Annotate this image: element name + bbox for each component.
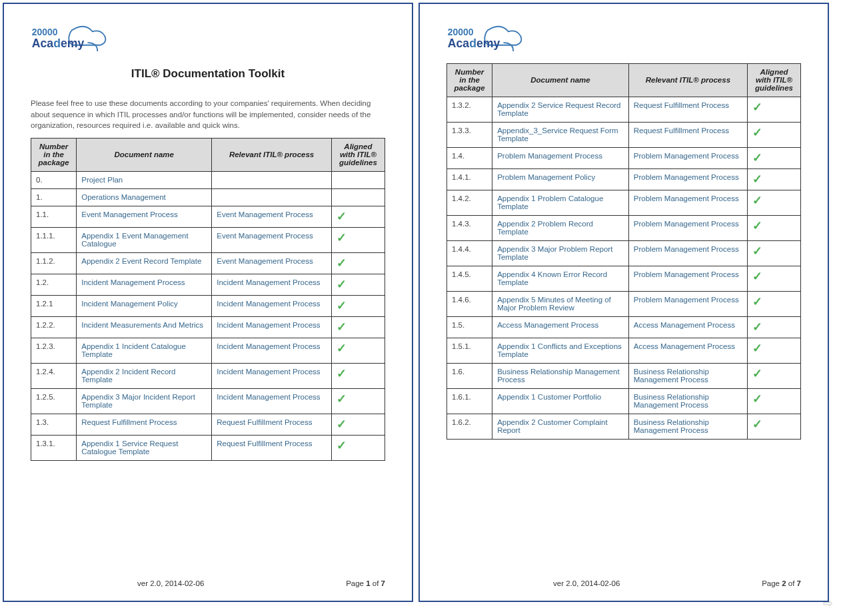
cell-number: 1.3.2.	[447, 97, 492, 123]
cell-number: 1.3.3.	[447, 123, 492, 148]
cell-document-name: Appendix 1 Conflicts and Exceptions Temp…	[492, 338, 629, 364]
cell-aligned: ✓	[747, 414, 800, 440]
cell-number: 1.2.1	[31, 296, 77, 317]
table-row: 1.4.1.Problem Management PolicyProblem M…	[447, 169, 801, 190]
cell-process: Request Fulfillment Process	[628, 123, 747, 148]
cell-process: Incident Management Process	[212, 338, 332, 364]
cell-document-name: Appendix 4 Known Error Record Template	[492, 266, 629, 292]
checkmark-icon: ✓	[337, 342, 347, 354]
cell-process	[212, 172, 332, 189]
cell-number: 1.4.5.	[447, 266, 492, 292]
checkmark-icon: ✓	[752, 418, 762, 430]
cell-number: 0.	[31, 172, 77, 189]
cell-number: 1.5.1.	[447, 338, 492, 364]
cell-aligned: ✓	[331, 206, 385, 228]
table-row: 1.3.1.Appendix 1 Service Request Catalog…	[31, 436, 385, 461]
cell-number: 1.4.1.	[447, 169, 492, 190]
cell-process: Problem Management Process	[628, 190, 747, 216]
checkmark-icon: ✓	[752, 368, 762, 380]
cell-document-name: Appendix_3_Service Request Form Template	[492, 123, 629, 148]
table-row: 1.5.1.Appendix 1 Conflicts and Exception…	[447, 338, 801, 364]
cell-number: 1.4.4.	[447, 241, 492, 266]
cell-number: 1.6.	[447, 364, 492, 389]
cell-aligned: ✓	[331, 389, 385, 414]
table-row: 1.4.4.Appendix 3 Major Problem Report Te…	[447, 241, 801, 266]
cell-aligned: ✓	[747, 123, 800, 148]
checkmark-icon: ✓	[752, 321, 762, 333]
checkmark-icon: ✓	[752, 152, 762, 164]
cell-document-name: Problem Management Policy	[492, 169, 629, 190]
cell-number: 1.2.2.	[31, 317, 77, 338]
cell-document-name: Appendix 1 Customer Portfolio	[492, 389, 629, 414]
cell-process: Business Relationship Management Process	[628, 389, 747, 414]
checkmark-icon: ✓	[752, 101, 762, 113]
table-row: 1.5.Access Management ProcessAccess Mana…	[447, 317, 801, 338]
cell-document-name: Appendix 1 Service Request Catalogue Tem…	[77, 436, 212, 461]
cell-number: 1.2.5.	[31, 389, 77, 414]
cell-aligned: ✓	[747, 338, 800, 364]
next-page-arrow-icon[interactable]: ⇨	[823, 596, 833, 605]
col-proc: Relevant ITIL® process	[212, 139, 332, 172]
table-row: 1.2.4.Appendix 2 Incident Record Templat…	[31, 364, 385, 389]
logo-bottom-text: Academy	[448, 37, 500, 51]
cell-process: Problem Management Process	[628, 241, 747, 266]
cell-document-name: Operations Management	[77, 189, 212, 206]
checkmark-icon: ✓	[752, 342, 762, 354]
logo-top-text: 20000	[448, 27, 474, 37]
col-number: Number in the package	[447, 64, 492, 97]
cell-aligned: ✓	[331, 274, 385, 296]
cell-aligned: ✓	[747, 389, 800, 414]
cell-aligned: ✓	[331, 253, 385, 274]
cell-number: 1.5.	[447, 317, 492, 338]
table-row: 1.4.2.Appendix 1 Problem Catalogue Templ…	[447, 190, 801, 216]
table-row: 1.1.2.Appendix 2 Event Record TemplateEv…	[31, 253, 385, 274]
cell-process: Event Management Process	[212, 206, 332, 228]
cell-number: 1.3.	[31, 414, 77, 436]
table-row: 1.6.Business Relationship Management Pro…	[447, 364, 801, 389]
cell-document-name: Appendix 2 Customer Complaint Report	[492, 414, 629, 440]
cell-aligned: ✓	[747, 169, 800, 190]
cell-process: Problem Management Process	[628, 292, 747, 317]
cell-aligned	[331, 172, 385, 189]
cell-process: Incident Management Process	[212, 274, 332, 296]
footer-page-number: Page 2 of 7	[762, 579, 801, 587]
cell-number: 1.1.2.	[31, 253, 77, 274]
cell-number: 1.6.2.	[447, 414, 492, 440]
cell-number: 1.1.1.	[31, 228, 77, 253]
cell-document-name: Project Plan	[77, 172, 212, 189]
cell-document-name: Problem Management Process	[492, 148, 629, 169]
cell-document-name: Appendix 3 Major Problem Report Template	[492, 241, 629, 266]
checkmark-icon: ✓	[337, 393, 347, 405]
table-row: 1.4.5.Appendix 4 Known Error Record Temp…	[447, 266, 801, 292]
cell-process: Request Fulfillment Process	[212, 414, 332, 436]
cell-document-name: Incident Management Policy	[77, 296, 212, 317]
document-title: ITIL® Documentation Toolkit	[31, 67, 385, 81]
cell-process: Request Fulfillment Process	[628, 97, 747, 123]
logo-swoosh	[503, 43, 513, 51]
cell-aligned: ✓	[747, 241, 800, 266]
cell-process	[212, 189, 332, 206]
cell-process: Problem Management Process	[628, 169, 747, 190]
cell-aligned: ✓	[747, 190, 800, 216]
table-row: 1.2.3.Appendix 1 Incident Catalogue Temp…	[31, 338, 385, 364]
cell-document-name: Appendix 5 Minutes of Meeting of Major P…	[492, 292, 629, 317]
table-row: 1.6.2.Appendix 2 Customer Complaint Repo…	[447, 414, 801, 440]
table-row: 1.1.1.Appendix 1 Event Management Catalo…	[31, 228, 385, 253]
cell-number: 1.	[31, 189, 77, 206]
checkmark-icon: ✓	[337, 210, 347, 222]
table-row: 1.4.3.Appendix 2 Problem Record Template…	[447, 216, 801, 241]
cell-process: Business Relationship Management Process	[628, 414, 747, 440]
checkmark-icon: ✓	[752, 220, 762, 232]
checkmark-icon: ✓	[337, 278, 347, 290]
cell-aligned: ✓	[331, 436, 385, 461]
cell-process: Incident Management Process	[212, 317, 332, 338]
cell-document-name: Business Relationship Management Process	[492, 364, 629, 389]
cell-aligned: ✓	[747, 317, 800, 338]
cell-number: 1.4.	[447, 148, 492, 169]
checkmark-icon: ✓	[752, 245, 762, 257]
toc-table-page-2: Number in the package Document name Rele…	[446, 63, 801, 440]
cell-document-name: Appendix 1 Problem Catalogue Template	[492, 190, 629, 216]
logo-bottom-text: Academy	[32, 37, 85, 51]
cell-process: Request Fulfillment Process	[212, 436, 332, 461]
cell-aligned: ✓	[747, 266, 800, 292]
